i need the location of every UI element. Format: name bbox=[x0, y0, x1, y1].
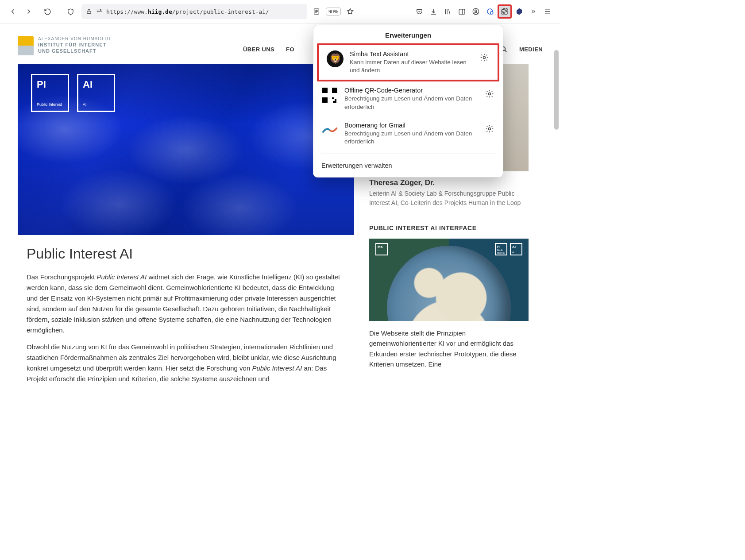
nav-item-ueber-uns[interactable]: ÜBER UNS bbox=[243, 46, 274, 53]
svg-point-10 bbox=[489, 93, 491, 95]
extensions-button[interactable] bbox=[498, 4, 512, 19]
scrollbar[interactable] bbox=[554, 50, 559, 130]
svg-rect-0 bbox=[87, 11, 91, 13]
svg-point-8 bbox=[490, 12, 493, 14]
url-text: https://www.hiig.de/project/public-inter… bbox=[106, 8, 269, 15]
account-icon[interactable] bbox=[469, 5, 483, 18]
extensions-popup: Erweiterungen 🦁 Simba Text Assistant Kan… bbox=[313, 25, 503, 178]
extension-item-boomerang[interactable]: Boomerang for Gmail Berechtigung zum Les… bbox=[313, 116, 503, 151]
extension-description: Kann immer Daten auf dieser Website lese… bbox=[350, 58, 474, 74]
qr-icon bbox=[321, 87, 338, 104]
hero-badge-ai: AIAI bbox=[77, 74, 115, 112]
sidebar-image[interactable]: Ma PIPublic Interest AIAI bbox=[369, 239, 529, 321]
hamburger-menu-icon[interactable] bbox=[541, 5, 554, 18]
divider bbox=[320, 154, 496, 154]
extension-name: Offline QR-Code-Generator bbox=[344, 87, 479, 94]
svg-point-1 bbox=[97, 11, 98, 12]
library-icon[interactable] bbox=[441, 5, 454, 18]
zoom-badge[interactable]: 90% bbox=[326, 8, 341, 15]
sidebar-icon[interactable] bbox=[455, 5, 468, 18]
boomerang-icon bbox=[321, 122, 338, 139]
pocket-icon[interactable] bbox=[413, 5, 426, 18]
simba-icon: 🦁 bbox=[327, 50, 344, 67]
reader-mode-icon[interactable] bbox=[310, 5, 323, 18]
svg-rect-4 bbox=[459, 9, 465, 14]
gear-icon[interactable] bbox=[485, 89, 495, 98]
extension-name: Boomerang for Gmail bbox=[344, 122, 479, 129]
extension-item-qr[interactable]: Offline QR-Code-Generator Berechtigung z… bbox=[313, 81, 503, 116]
gear-icon[interactable] bbox=[485, 124, 495, 133]
person-role: Leiterin AI & Society Lab & Forschungsgr… bbox=[369, 189, 529, 208]
browser-toolbar: https://www.hiig.de/project/public-inter… bbox=[0, 0, 560, 23]
extension-item-simba[interactable]: 🦁 Simba Text Assistant Kann immer Daten … bbox=[317, 43, 499, 81]
reload-button[interactable] bbox=[41, 5, 54, 18]
bookmark-star-icon[interactable] bbox=[344, 5, 357, 18]
svg-point-6 bbox=[475, 10, 477, 12]
site-logo[interactable]: ALEXANDER VON HUMBOLDT INSTITUT FÜR INTE… bbox=[18, 36, 112, 55]
extensions-popup-title: Erweiterungen bbox=[313, 25, 503, 43]
gear-icon[interactable] bbox=[480, 53, 490, 62]
hexagon-ext-icon[interactable] bbox=[513, 5, 526, 18]
back-button[interactable] bbox=[6, 5, 19, 18]
svg-point-11 bbox=[489, 127, 491, 130]
manage-extensions-link[interactable]: Erweiterungen verwalten bbox=[313, 157, 503, 175]
shield-icon[interactable] bbox=[64, 5, 77, 18]
lock-icon bbox=[86, 8, 92, 15]
person-name: Theresa Züger, Dr. bbox=[369, 178, 529, 187]
url-bar[interactable]: https://www.hiig.de/project/public-inter… bbox=[81, 4, 307, 19]
extension-description: Berechtigung zum Lesen und Ändern von Da… bbox=[344, 95, 479, 111]
extension-description: Berechtigung zum Lesen und Ändern von Da… bbox=[344, 130, 479, 146]
sidebar-text: Die Webseite stellt die Prinzipien gemei… bbox=[369, 328, 529, 369]
permissions-icon[interactable] bbox=[96, 8, 103, 15]
main-column: PIPublic Interest AIAI Public Interest A… bbox=[18, 64, 354, 390]
hero-image: PIPublic Interest AIAI bbox=[18, 64, 354, 235]
sidebar-block-title: PUBLIC INTEREST AI INTERFACE bbox=[369, 224, 529, 232]
logo-text: ALEXANDER VON HUMBOLDT INSTITUT FÜR INTE… bbox=[38, 36, 112, 54]
downloads-icon[interactable] bbox=[427, 5, 440, 18]
overflow-icon[interactable] bbox=[527, 5, 540, 18]
nav-item-medien[interactable]: MEDIEN bbox=[519, 46, 543, 53]
page-title: Public Interest AI bbox=[27, 246, 345, 262]
mini-badge: PIPublic Interest bbox=[495, 243, 507, 255]
mini-badge: AIAI bbox=[510, 243, 522, 255]
container-icon[interactable] bbox=[483, 5, 497, 18]
forward-button[interactable] bbox=[22, 5, 35, 18]
mini-badge: Ma bbox=[375, 243, 388, 255]
hero-badge-pi: PIPublic Interest bbox=[31, 74, 69, 112]
extension-name: Simba Text Assistant bbox=[350, 50, 474, 58]
logo-crest-icon bbox=[18, 36, 34, 55]
svg-point-9 bbox=[483, 57, 486, 59]
nav-item-forschung[interactable]: FO bbox=[286, 46, 294, 53]
article-body: Das Forschungsprojekt Public Interest AI… bbox=[27, 272, 345, 384]
svg-point-2 bbox=[100, 9, 101, 10]
